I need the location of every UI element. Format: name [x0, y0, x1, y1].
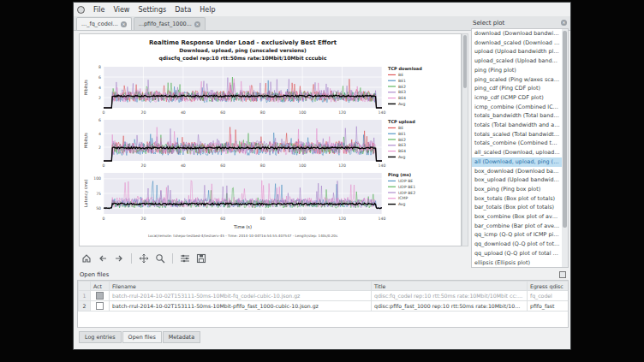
bottom-tab-log-entries[interactable]: Log entries [79, 331, 122, 343]
file-row[interactable]: 1batch-rrul-2014-10-02T153111-50ms-10Mbi… [79, 291, 569, 301]
svg-text:Realtime Response Under Load -: Realtime Response Under Load - exclusive… [149, 39, 337, 46]
svg-text:BE4: BE4 [398, 149, 406, 153]
plot-list-item[interactable]: totals_combine (Combined total bandwidth… [472, 139, 568, 148]
zoom-icon[interactable] [154, 252, 166, 264]
svg-text:BE4: BE4 [398, 96, 406, 100]
title-cell: qdisc:pfifo_fast_1000 rep:10 rtt:50ms ra… [372, 301, 528, 312]
title-cell: qdisc:fq_codel rep:10 rtt:50ms rate:10Mb… [372, 291, 528, 301]
plot-list-item[interactable]: ping_cdf (Ping CDF plot) [472, 84, 568, 93]
svg-text:ICMP: ICMP [398, 196, 408, 200]
select-plot-panel: Select plot ✕ download (Download bandwid… [471, 17, 569, 268]
plot-list-item[interactable]: qq_download (Q-Q plot of total download … [472, 240, 568, 249]
menu-item-data[interactable]: Data [170, 6, 195, 14]
back-arrow-icon[interactable] [97, 252, 109, 264]
tab-close-icon[interactable]: ✕ [194, 21, 200, 27]
active-checkbox[interactable] [96, 302, 104, 310]
plot-list-scrollbar-thumb[interactable] [563, 31, 567, 228]
plot-scrollbar-thumb[interactable] [463, 35, 467, 88]
toolbar-separator [172, 253, 173, 264]
menu-item-file[interactable]: File [89, 6, 109, 14]
plot-list-item[interactable]: bar_totals (Box plot of totals) [472, 203, 568, 212]
plot-list-item[interactable]: all (Download, upload, ping (unscaled ve… [472, 157, 568, 167]
configure-subplots-icon[interactable] [179, 252, 191, 264]
open-files-panel: Open files ActFilenameTitleEgress qdisc1… [77, 270, 569, 328]
float-panel-icon[interactable] [559, 271, 566, 278]
file-row[interactable]: 2batch-rrul-2014-10-02T153111-50ms-10Mbi… [79, 301, 569, 312]
active-checkbox[interactable] [96, 292, 104, 300]
plot-list-item[interactable]: box_ping (Ping box plot) [472, 185, 568, 194]
svg-text:40: 40 [181, 217, 186, 221]
egress-qdisc-cell: fq_codel [528, 291, 569, 301]
bottom-tab-metadata[interactable]: Metadata [163, 331, 200, 343]
svg-text:120: 120 [338, 110, 346, 115]
column-header[interactable]: Filename [110, 282, 372, 291]
menu-item-settings[interactable]: Settings [134, 6, 170, 14]
bottom-tab-open-files[interactable]: Open files [122, 331, 162, 343]
svg-text:BE3: BE3 [398, 90, 406, 94]
svg-text:60: 60 [220, 110, 225, 115]
svg-text:75: 75 [96, 192, 101, 196]
plot-list-item[interactable]: bar_combine (Bar plot of averages of sev… [472, 222, 568, 231]
svg-text:BE3: BE3 [398, 143, 406, 147]
plot-list-item[interactable]: ellipsis (Ellipsis plot) [472, 258, 568, 268]
svg-text:100: 100 [299, 163, 307, 168]
plot-list-item[interactable]: ping_scaled (Ping w/axes scaled to remov… [472, 75, 568, 85]
plot-scrollbar[interactable] [462, 33, 468, 246]
svg-text:0: 0 [103, 163, 105, 168]
svg-text:80: 80 [260, 217, 265, 221]
svg-text:120: 120 [338, 163, 346, 168]
svg-text:Mbits/s: Mbits/s [83, 133, 88, 148]
document-tab-1[interactable]: ...pfifo_fast_1000...✕ [134, 17, 206, 30]
menu-bar: FileViewSettingsDataHelp [74, 3, 570, 16]
svg-text:TCP download: TCP download [388, 66, 422, 71]
menu-item-help[interactable]: Help [195, 6, 219, 14]
column-header[interactable]: Act [91, 282, 110, 291]
svg-text:40: 40 [181, 110, 186, 115]
tab-close-icon[interactable]: ✕ [121, 21, 127, 27]
close-panel-icon[interactable]: ✕ [561, 20, 567, 26]
document-tab-0[interactable]: ..._fq_codel...✕ [76, 17, 132, 30]
svg-text:8: 8 [98, 65, 101, 69]
save-icon[interactable] [195, 252, 207, 264]
plot-panel: Realtime Response Under Load - exclusive… [79, 33, 469, 270]
svg-text:100: 100 [299, 217, 307, 221]
plot-list-item[interactable]: box_combine (Box plot of averages of sev… [472, 212, 568, 222]
desktop-background: FileViewSettingsDataHelp ..._fq_codel...… [0, 0, 644, 362]
column-header[interactable]: Egress qdisc [528, 282, 569, 291]
plot-list-item[interactable]: box_download (Download bandwidth box plo… [472, 167, 568, 176]
app-icon[interactable] [77, 6, 85, 14]
svg-text:BE2: BE2 [398, 138, 406, 142]
svg-text:Avg: Avg [398, 202, 406, 206]
plot-list-item[interactable]: qq_icmp (Q-Q plot of ICMP pings) [472, 230, 568, 240]
plot-list-item[interactable]: icmp_combine (Combined ICMP ping plot) [472, 103, 568, 112]
plot-list-item[interactable]: upload (Upload bandwidth plot) [472, 47, 568, 56]
svg-text:120: 120 [338, 217, 346, 221]
plot-list-item[interactable]: totals_scaled (Total bandwidth and avg p… [472, 130, 568, 139]
app-window: FileViewSettingsDataHelp ..._fq_codel...… [73, 2, 571, 350]
plot-list-item[interactable]: download (Download bandwidth plot) [472, 29, 568, 39]
svg-text:qdiscfq_codel rep:10 rtt:50ms: qdiscfq_codel rep:10 rtt:50ms rate:10Mbi… [159, 55, 327, 62]
plot-list-item[interactable]: download_scaled (Download bandwidth w/ax… [472, 39, 568, 48]
chart: Realtime Response Under Load - exclusive… [80, 34, 461, 246]
plot-list-scrollbar[interactable] [562, 29, 568, 267]
pan-icon[interactable] [138, 252, 150, 264]
plot-list-item[interactable]: box_totals (Box plot of totals) [472, 194, 568, 204]
plot-list-item[interactable]: qq_upload (Q-Q plot of total upload band… [472, 249, 568, 258]
plot-list-item[interactable]: all_scaled (Download, upload, ping (scal… [472, 148, 568, 157]
tab-label: ..._fq_codel... [81, 21, 118, 27]
plot-list-item[interactable]: upload_scaled (Upload bandwidth w/axes s… [472, 56, 568, 66]
plot-list-item[interactable]: totals_bandwidth (Total bandwidth) [472, 111, 568, 121]
plot-list-item[interactable]: icmp_cdf (ICMP CDF plot) [472, 93, 568, 103]
plot-list-item[interactable]: totals (Total bandwidth and average ping… [472, 121, 568, 130]
plot-list-item[interactable]: box_upload (Upload bandwidth box plot) [472, 175, 568, 185]
menu-item-view[interactable]: View [109, 6, 134, 14]
svg-text:0: 0 [103, 217, 105, 221]
column-header[interactable]: Title [372, 282, 528, 291]
plot-list-item[interactable]: ping (Ping plot) [472, 66, 568, 75]
svg-text:BE1: BE1 [398, 132, 406, 136]
svg-text:4: 4 [98, 86, 101, 90]
plot-list: download (Download bandwidth plot)downlo… [471, 28, 569, 268]
forward-arrow-icon[interactable] [113, 252, 125, 264]
home-icon[interactable] [80, 252, 92, 264]
select-plot-title: Select plot [473, 20, 504, 27]
